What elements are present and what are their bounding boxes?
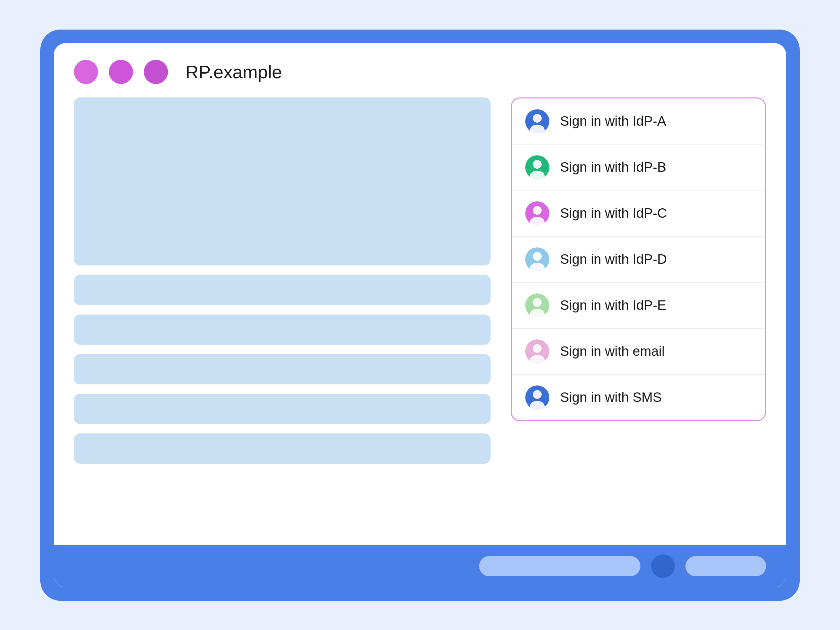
dot-1: [74, 60, 98, 84]
signin-idp-d[interactable]: Sign in with IdP-D: [512, 237, 765, 283]
avatar-idp-d: [525, 247, 549, 272]
signin-idp-b[interactable]: Sign in with IdP-B: [512, 144, 765, 191]
bottom-pill-left: [479, 556, 640, 576]
site-title: RP.example: [185, 62, 282, 82]
svg-point-1: [533, 114, 542, 123]
bottom-circle[interactable]: [651, 554, 675, 578]
bottom-bar: [54, 545, 786, 587]
signin-label-idp-e: Sign in with IdP-E: [560, 298, 666, 313]
signin-label-email: Sign in with email: [560, 344, 665, 359]
top-bar: RP.example: [54, 43, 786, 98]
avatar-email: [525, 339, 549, 363]
avatar-sms: [525, 385, 549, 410]
svg-point-4: [533, 160, 542, 169]
svg-point-13: [533, 298, 542, 307]
svg-point-7: [533, 206, 542, 215]
content-block-row-1: [74, 275, 491, 305]
content-block-row-5: [74, 433, 491, 464]
content-block-row-2: [74, 314, 491, 345]
svg-point-16: [533, 344, 542, 353]
browser-inner: RP.example: [54, 43, 786, 587]
signin-idp-a[interactable]: Sign in with IdP-A: [512, 98, 765, 144]
browser-frame: RP.example: [40, 30, 800, 601]
avatar-idp-c: [525, 201, 549, 226]
avatar-idp-a: [525, 109, 549, 133]
avatar-idp-e: [525, 293, 549, 317]
signin-idp-c[interactable]: Sign in with IdP-C: [512, 191, 765, 237]
content-block-row-4: [74, 394, 491, 424]
right-panel: Sign in with IdP-A Sign in with IdP-B: [511, 98, 766, 525]
bottom-pill-right: [685, 556, 766, 576]
main-content: Sign in with IdP-A Sign in with IdP-B: [54, 98, 786, 545]
left-panel: [74, 98, 491, 525]
svg-point-10: [533, 252, 542, 261]
signin-label-idp-d: Sign in with IdP-D: [560, 252, 667, 267]
signin-card: Sign in with IdP-A Sign in with IdP-B: [511, 98, 766, 422]
signin-idp-e[interactable]: Sign in with IdP-E: [512, 283, 765, 328]
content-block-row-3: [74, 354, 491, 384]
signin-email[interactable]: Sign in with email: [512, 328, 765, 375]
svg-point-19: [533, 390, 542, 399]
content-block-large: [74, 98, 491, 265]
dot-3: [144, 60, 168, 84]
signin-sms[interactable]: Sign in with SMS: [512, 375, 765, 420]
signin-label-sms: Sign in with SMS: [560, 390, 662, 405]
signin-label-idp-b: Sign in with IdP-B: [560, 159, 666, 175]
signin-label-idp-a: Sign in with IdP-A: [560, 114, 666, 129]
avatar-idp-b: [525, 155, 549, 179]
signin-label-idp-c: Sign in with IdP-C: [560, 205, 667, 221]
dot-2: [109, 60, 133, 84]
